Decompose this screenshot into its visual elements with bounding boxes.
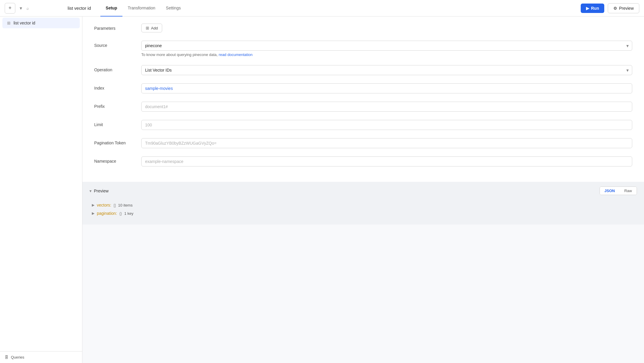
top-header: + ▼ ⌕ list vector id Setup Transformatio… xyxy=(0,0,644,16)
source-row: Source pinecone ▾ To know more about que… xyxy=(94,41,632,57)
content-area: Parameters ⊞ Add Source pinecone ▾ xyxy=(82,16,644,363)
operation-select-wrapper: List Vector IDs ▾ xyxy=(141,65,632,75)
plus-icon: + xyxy=(9,5,12,11)
sidebar: ⊞ list vector id 🗄 Queries xyxy=(0,16,82,363)
play-icon: ▶ xyxy=(586,6,589,11)
chevron-collapse-icon: ▾ xyxy=(89,189,92,193)
add-node-button[interactable]: + xyxy=(5,3,15,14)
operation-row: Operation List Vector IDs ▾ xyxy=(94,65,632,75)
parameters-row: Parameters ⊞ Add xyxy=(94,24,632,32)
limit-label: Limit xyxy=(94,120,141,127)
sidebar-item-list-vector-id[interactable]: ⊞ list vector id xyxy=(2,18,80,28)
limit-row: Limit xyxy=(94,120,632,130)
pagination-token-control xyxy=(141,138,632,148)
namespace-control xyxy=(141,156,632,166)
parameters-label: Parameters xyxy=(94,24,141,31)
filter-icon[interactable]: ▼ xyxy=(19,6,23,11)
operation-control: List Vector IDs ▾ xyxy=(141,65,632,75)
index-control xyxy=(141,83,632,93)
pagination-token-row: Pagination Token xyxy=(94,138,632,148)
main-layout: ⊞ list vector id 🗄 Queries Parameters ⊞ … xyxy=(0,16,644,363)
preview-header: ▾ Preview JSON Raw xyxy=(89,187,637,195)
prefix-row: Prefix xyxy=(94,102,632,112)
namespace-input[interactable] xyxy=(141,156,632,166)
preview-section: ▾ Preview JSON Raw ▶ vectors: [] 10 item… xyxy=(82,182,644,225)
form-section: Parameters ⊞ Add Source pinecone ▾ xyxy=(82,16,644,182)
expand-vectors-icon: ▶ xyxy=(92,203,94,207)
vectors-count: 10 items xyxy=(118,203,132,207)
operation-select[interactable]: List Vector IDs xyxy=(141,65,632,75)
database-icon: 🗄 xyxy=(5,355,9,359)
tab-settings[interactable]: Settings xyxy=(161,0,186,16)
preview-title: ▾ Preview xyxy=(89,189,109,193)
pagination-count: 1 key xyxy=(124,211,133,216)
run-button[interactable]: ▶ Run xyxy=(581,4,604,13)
source-control: pinecone ▾ To know more about querying p… xyxy=(141,41,632,57)
limit-input[interactable] xyxy=(141,120,632,130)
source-help-text: To know more about querying pinecone dat… xyxy=(141,52,632,57)
expand-pagination-icon: ▶ xyxy=(92,211,94,215)
preview-line-pagination[interactable]: ▶ pagination: {} 1 key xyxy=(89,209,637,217)
read-documentation-link[interactable]: read documentation xyxy=(219,52,253,57)
preview-line-vectors[interactable]: ▶ vectors: [] 10 items xyxy=(89,201,637,209)
preview-button[interactable]: ⚙ Preview xyxy=(608,3,639,13)
index-input[interactable] xyxy=(141,83,632,93)
pagination-key: pagination: xyxy=(97,211,117,216)
sidebar-footer-queries[interactable]: 🗄 Queries xyxy=(0,351,82,363)
source-select-wrapper: pinecone ▾ xyxy=(141,41,632,51)
namespace-row: Namespace xyxy=(94,156,632,166)
add-param-label: Add xyxy=(151,26,158,30)
limit-control xyxy=(141,120,632,130)
source-label: Source xyxy=(94,41,141,48)
add-parameter-button[interactable]: ⊞ Add xyxy=(141,24,162,32)
gear-icon: ⚙ xyxy=(613,6,617,11)
index-row: Index xyxy=(94,83,632,93)
source-select[interactable]: pinecone xyxy=(141,41,632,51)
tab-bar: Setup Transformation Settings xyxy=(100,0,186,16)
preview-body: ▶ vectors: [] 10 items ▶ pagination: {} … xyxy=(89,199,637,220)
plus-icon: ⊞ xyxy=(146,26,149,30)
sidebar-item-label: list vector id xyxy=(14,21,35,25)
prefix-input[interactable] xyxy=(141,102,632,112)
item-icon: ⊞ xyxy=(7,21,11,25)
prefix-control xyxy=(141,102,632,112)
raw-toggle-button[interactable]: Raw xyxy=(620,187,637,195)
json-toggle-button[interactable]: JSON xyxy=(600,187,620,195)
search-icon[interactable]: ⌕ xyxy=(26,6,29,11)
header-title: list vector id xyxy=(68,6,91,11)
vectors-type: [] xyxy=(114,203,116,207)
queries-label: Queries xyxy=(11,355,24,359)
preview-title-text: Preview xyxy=(94,189,109,193)
pagination-token-input[interactable] xyxy=(141,138,632,148)
vectors-key: vectors: xyxy=(97,203,111,207)
pagination-token-label: Pagination Token xyxy=(94,138,141,145)
pagination-type: {} xyxy=(119,211,122,216)
tab-transformation[interactable]: Transformation xyxy=(122,0,161,16)
run-label: Run xyxy=(591,6,599,11)
parameters-control: ⊞ Add xyxy=(141,24,632,32)
namespace-label: Namespace xyxy=(94,156,141,164)
prefix-label: Prefix xyxy=(94,102,141,109)
preview-label: Preview xyxy=(619,6,634,11)
index-label: Index xyxy=(94,83,141,90)
preview-format-toggle: JSON Raw xyxy=(600,187,637,195)
operation-label: Operation xyxy=(94,65,141,72)
tab-setup[interactable]: Setup xyxy=(100,0,122,16)
